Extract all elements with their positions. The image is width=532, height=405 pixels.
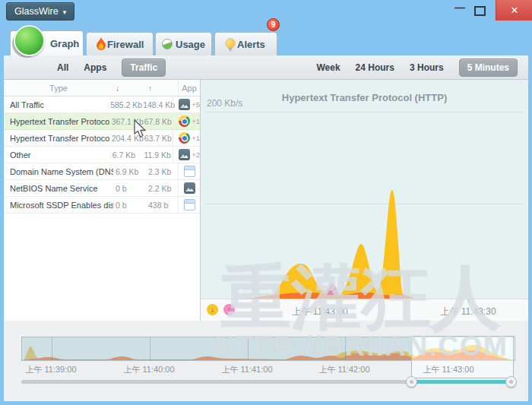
slider-handle-left[interactable] <box>406 376 417 388</box>
minimize-button[interactable]: — <box>454 2 465 14</box>
table-row[interactable]: Hypertext Transfer Protocol o... 204.4 K… <box>4 130 200 147</box>
tab-firewall-label: Firewall <box>107 39 144 50</box>
usage-sphere-icon <box>162 39 173 49</box>
apps-collage-icon <box>179 99 190 110</box>
table-row[interactable]: All Traffic 585.2 Kb 148.4 Kb +5 <box>4 97 200 113</box>
table-row[interactable]: Other 6.7 Kb 11.9 Kb +2 <box>4 147 200 163</box>
close-button[interactable]: ✕ <box>496 0 532 21</box>
app-count: +1 <box>192 117 200 125</box>
row-name: Microsoft SSDP Enables disc... <box>4 201 113 210</box>
row-upload: 148.4 Kb <box>140 100 173 109</box>
tab-graph-label: Graph <box>50 38 79 49</box>
download-series <box>268 190 404 299</box>
row-upload: 2.2 Kb <box>145 184 178 193</box>
tab-alerts-label: Alerts <box>237 39 265 50</box>
tab-alerts[interactable]: Alerts <box>214 32 277 55</box>
chevron-down-icon: ▾ <box>63 8 67 16</box>
upload-legend-toggle[interactable]: ↑ <box>223 304 235 315</box>
row-upload: 2.3 Kb <box>145 167 178 176</box>
row-download: 0 b <box>113 184 145 193</box>
filter-all[interactable]: All <box>57 62 68 73</box>
glasswire-window: GlassWire ▾ — ✕ Graph Firewall Usage Ale… <box>0 0 532 405</box>
maximize-button[interactable] <box>474 6 486 16</box>
window-app-icon <box>184 166 195 177</box>
traffic-table: Type ↓ ↑ App All Traffic 585.2 Kb 148.4 … <box>4 80 200 321</box>
header-type[interactable]: Type <box>4 84 113 93</box>
app-title: GlassWire <box>14 6 59 17</box>
tab-usage-label: Usage <box>176 39 205 50</box>
row-download: 204.4 Kb <box>109 134 141 143</box>
window-app-icon <box>184 199 195 210</box>
header-download-arrow[interactable]: ↓ <box>113 84 145 93</box>
time-tick <box>468 299 469 303</box>
filter-toolbar: All Apps Traffic Week 24 Hours 3 Hours 5… <box>4 55 528 80</box>
range-slider-selected[interactable] <box>411 380 511 384</box>
chrome-icon <box>179 132 190 144</box>
row-name: NetBIOS Name Service <box>4 184 113 193</box>
timeline-label: 上午 11:42:00 <box>318 364 369 375</box>
glasswire-logo-icon <box>14 25 45 56</box>
range-5-minutes-selected[interactable]: 5 Minutes <box>459 59 518 77</box>
row-upload: 11.9 Kb <box>141 150 173 160</box>
row-upload: 438 b <box>145 201 178 210</box>
row-download: 6.9 Kb <box>113 167 145 176</box>
minute-divider <box>150 337 150 360</box>
graph-time-label: 上午 11:43:30 <box>440 305 496 318</box>
flame-icon <box>96 37 106 50</box>
range-3-hours[interactable]: 3 Hours <box>410 62 444 73</box>
table-row[interactable]: Domain Name System (DNS) 6.9 Kb 2.3 Kb <box>4 163 200 180</box>
header-app[interactable]: App <box>178 80 200 96</box>
timeline-label: 上午 11:43:00 <box>423 364 473 375</box>
apps-collage-icon <box>179 149 190 160</box>
timeline-panel: 上午 11:39:00 上午 11:40:00 上午 11:41:00 上午 1… <box>4 321 528 401</box>
row-name: All Traffic <box>4 100 108 109</box>
row-upload: 67.8 Kb <box>141 117 173 126</box>
row-name: Other <box>4 150 110 160</box>
row-upload: 63.7 Kb <box>141 134 173 143</box>
alerts-count-badge: 9 <box>267 18 280 31</box>
graph-footer: ↓ ↑ 上午 11:43:00 上午 11:43:30 <box>201 299 528 321</box>
app-count: +5 <box>192 100 200 109</box>
row-name: Hypertext Transfer Protocol (... <box>4 117 109 126</box>
minute-divider <box>52 337 52 360</box>
row-name: Hypertext Transfer Protocol o... <box>4 134 109 143</box>
app-count: +1 <box>192 134 200 142</box>
table-row-selected[interactable]: Hypertext Transfer Protocol (... 367.1 K… <box>4 113 200 130</box>
slider-handle-right[interactable] <box>505 376 517 388</box>
filter-traffic-selected[interactable]: Traffic <box>122 59 166 77</box>
graph-time-label: 上午 11:43:00 <box>292 305 347 318</box>
time-tick <box>320 299 321 303</box>
row-download: 6.7 Kb <box>110 150 141 160</box>
row-download: 0 b <box>113 201 145 210</box>
alert-pin-icon <box>225 38 236 49</box>
timeline-label: 上午 11:41:00 <box>221 364 272 375</box>
glasswire-menu-button[interactable]: GlassWire ▾ <box>6 2 74 21</box>
unselected-overlay <box>22 337 412 360</box>
table-row[interactable]: NetBIOS Name Service 0 b 2.2 Kb <box>4 180 200 197</box>
timeline-label: 上午 11:39:00 <box>25 364 76 375</box>
range-24-hours[interactable]: 24 Hours <box>356 62 394 73</box>
table-header: Type ↓ ↑ App <box>4 80 200 97</box>
app-count: +2 <box>192 150 200 159</box>
header-upload-arrow[interactable]: ↑ <box>145 84 178 93</box>
row-name: Domain Name System (DNS) <box>4 167 113 176</box>
timeline-label: 上午 11:40:00 <box>123 364 174 375</box>
chrome-icon <box>179 115 190 127</box>
traffic-area-chart <box>201 80 529 299</box>
table-row[interactable]: Microsoft SSDP Enables disc... 0 b 438 b <box>4 197 200 214</box>
minute-divider <box>248 337 249 360</box>
apps-collage-icon <box>184 182 195 194</box>
row-download: 585.2 Kb <box>108 100 140 109</box>
traffic-graph: Hypertext Transfer Protocol (HTTP) 200 K… <box>200 80 528 321</box>
filter-apps[interactable]: Apps <box>84 62 106 73</box>
minute-divider <box>345 337 346 360</box>
download-legend-toggle[interactable]: ↓ <box>207 304 218 315</box>
range-week[interactable]: Week <box>316 62 340 73</box>
row-download: 367.1 Kb <box>109 117 141 126</box>
